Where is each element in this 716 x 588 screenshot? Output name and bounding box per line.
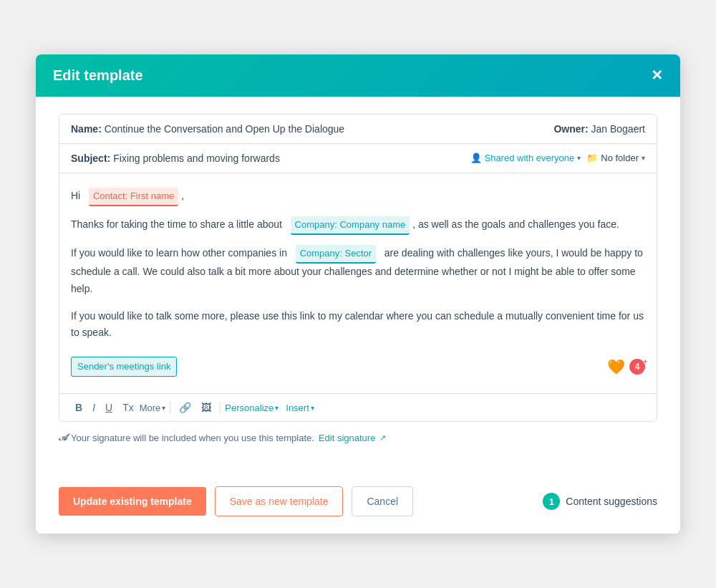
editor-action-icons: 🧡 4 xyxy=(607,355,645,379)
folder-button[interactable]: 📁 No folder ▾ xyxy=(586,153,645,163)
share-icon: 👤 xyxy=(470,153,482,163)
strikethrough-button[interactable]: Tx xyxy=(118,400,138,415)
editor-icons-row: Sender's meetings link 🧡 4 xyxy=(71,352,645,385)
signature-note-text: Your signature will be included when you… xyxy=(71,433,314,443)
image-icon: 🖼 xyxy=(201,402,211,413)
name-label: Name: xyxy=(71,123,102,135)
save-new-button[interactable]: Save as new template xyxy=(215,486,344,516)
meetings-link-token[interactable]: Sender's meetings link xyxy=(71,357,177,377)
formatting-toolbar: B I U Tx More ▾ 🔗 🖼 Personalize ▾ xyxy=(59,393,657,421)
more-label: More xyxy=(140,403,161,413)
edit-template-modal: Edit template ✕ Name: Continue the Conve… xyxy=(36,54,680,534)
paragraph-3: If you would like to talk some more, ple… xyxy=(71,308,645,342)
chevron-down-icon: ▾ xyxy=(577,154,581,162)
suggestions-count-badge: 1 xyxy=(543,493,560,510)
paragraph-1: Thanks for taking the time to share a li… xyxy=(71,216,645,235)
owner-label: Owner: xyxy=(553,123,588,135)
para2-start: If you would like to learn how other com… xyxy=(71,247,287,259)
name-field: Name: Continue the Conversation and Open… xyxy=(71,123,344,135)
template-editor: Name: Continue the Conversation and Open… xyxy=(59,114,657,422)
modal-footer: Update existing template Save as new tem… xyxy=(36,475,680,534)
modal-title: Edit template xyxy=(53,67,143,84)
notifications-badge[interactable]: 4 xyxy=(629,359,645,375)
name-value: Continue the Conversation and Open Up th… xyxy=(105,123,344,135)
signature-note: 𝒜 Your signature will be included when y… xyxy=(59,422,657,458)
contact-first-name-token[interactable]: Contact: First name xyxy=(89,188,178,206)
personalize-label: Personalize xyxy=(225,403,274,413)
content-suggestions[interactable]: 1 Content suggestions xyxy=(543,493,657,510)
more-chevron-icon: ▾ xyxy=(162,404,165,412)
subject-label: Subject: xyxy=(71,153,110,164)
external-link-icon: ↗ xyxy=(379,433,386,443)
subject-field: Subject: Fixing problems and moving forw… xyxy=(71,153,280,164)
link-button[interactable]: 🔗 xyxy=(175,400,195,415)
signature-icon: 𝒜 xyxy=(59,432,67,443)
subject-actions: 👤 Shared with everyone ▾ 📁 No folder ▾ xyxy=(470,153,646,163)
insert-label: Insert xyxy=(286,403,309,413)
chevron-down-icon-2: ▾ xyxy=(642,154,645,162)
personalize-dropdown[interactable]: Personalize ▾ xyxy=(225,403,279,413)
greeting-text: Hi xyxy=(71,190,80,201)
paragraph-2: If you would like to learn how other com… xyxy=(71,245,645,298)
insert-chevron-icon: ▾ xyxy=(311,404,314,412)
para1-cont: , as well as the goals and challenges yo… xyxy=(412,218,619,230)
suggestions-label: Content suggestions xyxy=(566,496,657,507)
edit-signature-link[interactable]: Edit signature xyxy=(319,433,376,443)
underline-button[interactable]: U xyxy=(101,400,117,415)
more-dropdown[interactable]: More ▾ xyxy=(140,403,166,413)
template-content-area[interactable]: Hi Contact: First name , Thanks for taki… xyxy=(59,173,657,393)
company-sector-token[interactable]: Company: Sector xyxy=(296,245,376,264)
modal-header: Edit template ✕ xyxy=(36,54,680,97)
para1-start: Thanks for taking the time to share a li… xyxy=(71,218,282,230)
notif-count: 4 xyxy=(635,360,640,374)
modal-body: Name: Continue the Conversation and Open… xyxy=(36,97,680,475)
folder-label: No folder xyxy=(601,153,639,163)
image-button[interactable]: 🖼 xyxy=(197,400,216,415)
insert-dropdown[interactable]: Insert ▾ xyxy=(286,403,314,413)
folder-icon: 📁 xyxy=(586,153,598,163)
personalize-chevron-icon: ▾ xyxy=(275,404,279,412)
template-name-row: Name: Continue the Conversation and Open… xyxy=(59,115,657,144)
shared-with-button[interactable]: 👤 Shared with everyone ▾ xyxy=(470,153,581,163)
template-subject-row: Subject: Fixing problems and moving forw… xyxy=(59,144,657,173)
heart-icon[interactable]: 🧡 xyxy=(607,355,625,379)
company-name-token[interactable]: Company: Company name xyxy=(291,216,410,235)
link-icon: 🔗 xyxy=(179,402,191,413)
subject-value: Fixing problems and moving forwards xyxy=(113,153,280,164)
comma-text: , xyxy=(181,190,184,201)
greeting-paragraph: Hi Contact: First name , xyxy=(71,188,645,206)
toolbar-separator-2 xyxy=(220,401,221,414)
toolbar-separator-1 xyxy=(170,401,170,414)
close-button[interactable]: ✕ xyxy=(651,68,663,82)
para3-text: If you would like to talk some more, ple… xyxy=(71,310,644,339)
bold-button[interactable]: B xyxy=(71,400,87,415)
update-existing-button[interactable]: Update existing template xyxy=(59,487,206,516)
italic-button[interactable]: I xyxy=(88,400,100,415)
owner-value: Jan Bogaert xyxy=(591,123,646,135)
cancel-button[interactable]: Cancel xyxy=(352,486,413,516)
owner-field: Owner: Jan Bogaert xyxy=(553,123,645,135)
shared-label: Shared with everyone xyxy=(485,153,575,163)
